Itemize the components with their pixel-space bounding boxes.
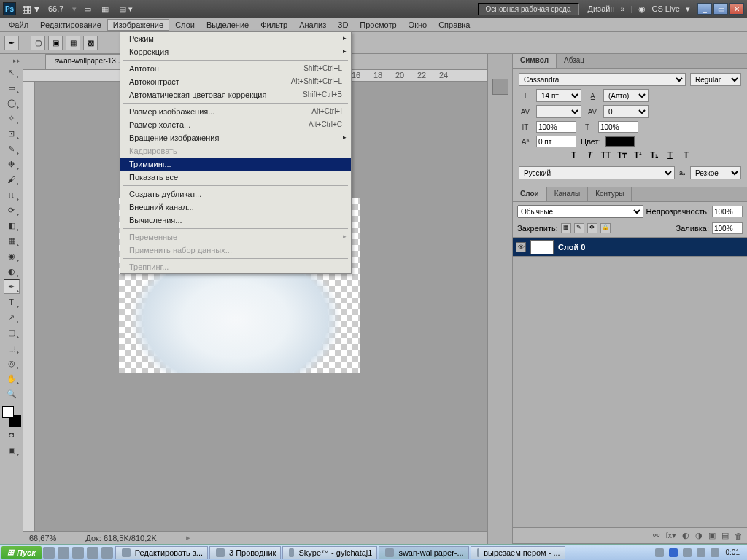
view-icon-2[interactable]: ▦ <box>98 4 112 14</box>
layer-name[interactable]: Слой 0 <box>558 243 585 252</box>
vscale-input[interactable] <box>536 121 576 133</box>
leading-input[interactable]: (Авто) <box>603 89 649 102</box>
menu-item[interactable]: Автоматическая цветовая коррекцияShift+C… <box>120 88 351 101</box>
menu-3d[interactable]: 3D <box>332 19 354 31</box>
menu-окно[interactable]: Окно <box>403 19 433 31</box>
grid-icon[interactable]: ▦ ▾ <box>22 3 39 15</box>
history-tool[interactable]: ⟳▸ <box>4 203 20 217</box>
eraser-tool[interactable]: ◧▸ <box>4 218 20 233</box>
3d-cam-tool[interactable]: ◎▸ <box>4 356 20 370</box>
fg-color-swatch[interactable] <box>2 406 14 418</box>
taskbar-clock[interactable]: 0:01 <box>723 548 743 556</box>
path-tool[interactable]: ↗▸ <box>4 310 20 324</box>
kern-input[interactable] <box>536 105 581 118</box>
pen-tool[interactable]: ✒▸ <box>4 279 20 294</box>
tray-icon-1[interactable] <box>655 548 664 557</box>
tray-icon-2[interactable] <box>683 548 692 557</box>
taskbar-task[interactable]: Редактировать з... <box>115 546 208 559</box>
ql-chrome-icon[interactable] <box>72 547 84 559</box>
opt-mode-1[interactable]: ▢ <box>31 36 45 50</box>
blur-tool[interactable]: ◉▸ <box>4 249 20 263</box>
opacity-input[interactable] <box>712 206 743 217</box>
ql-desktop-icon[interactable] <box>101 547 113 559</box>
minimize-button[interactable]: _ <box>697 3 712 15</box>
heal-tool[interactable]: ❉▸ <box>4 157 20 171</box>
menu-item[interactable]: Режим <box>120 32 351 45</box>
menu-item[interactable]: Размер изображения...Alt+Ctrl+I <box>120 105 351 118</box>
menu-item[interactable]: Вращение изображения <box>120 131 351 144</box>
hand-tool[interactable]: ✋▸ <box>4 371 20 386</box>
new-layer-icon[interactable]: ▤ <box>721 531 729 540</box>
fx-icon[interactable]: fx▾ <box>665 531 676 540</box>
maximize-button[interactable]: ▭ <box>713 3 728 15</box>
sub-btn[interactable]: T₁ <box>649 150 660 162</box>
font-style-select[interactable]: Regular <box>690 73 741 86</box>
tracking-input[interactable]: 0 <box>603 105 649 118</box>
taskbar-task[interactable]: вырезаем пером - ... <box>471 546 565 559</box>
opt-mode-2[interactable]: ▣ <box>48 36 63 50</box>
adjust-icon[interactable]: ◑ <box>695 531 703 540</box>
close-button[interactable]: ✕ <box>729 3 744 15</box>
layer-thumbnail[interactable] <box>530 240 554 254</box>
tab-paragraph[interactable]: Абзац <box>557 54 592 68</box>
italic-btn[interactable]: T <box>584 150 596 162</box>
menu-фильтр[interactable]: Фильтр <box>255 19 293 31</box>
menu-справка[interactable]: Справка <box>433 19 476 31</box>
menu-слои[interactable]: Слои <box>169 19 201 31</box>
menu-item[interactable]: Показать все <box>120 171 351 184</box>
tab-character[interactable]: Символ <box>513 54 557 68</box>
workspace-design-button[interactable]: Дизайн <box>588 4 615 13</box>
view-icon-1[interactable]: ▭ <box>81 4 94 14</box>
tab-Каналы[interactable]: Каналы <box>547 187 589 201</box>
bold-btn[interactable]: T <box>568 150 580 162</box>
menu-item[interactable]: Коррекция <box>120 45 351 58</box>
menu-выделение[interactable]: Выделение <box>201 19 255 31</box>
link-icon[interactable]: ⚯ <box>653 531 659 540</box>
mask-icon[interactable]: ◐ <box>682 531 689 540</box>
menu-просмотр[interactable]: Просмотр <box>354 19 402 31</box>
super-btn[interactable]: T¹ <box>632 150 644 162</box>
view-icon-3[interactable]: ▤ ▾ <box>116 4 136 14</box>
font-select[interactable]: Cassandra <box>519 73 686 86</box>
lock-pos-icon[interactable]: ✥ <box>587 223 597 233</box>
stamp-tool[interactable]: ⎍▸ <box>4 187 20 202</box>
tray-icon-3[interactable] <box>697 548 705 557</box>
document-tab[interactable]: swan-wallpaper-13... <box>45 54 131 69</box>
cslive-icon[interactable]: ◉ <box>638 4 646 14</box>
lock-paint-icon[interactable]: ✎ <box>574 223 584 233</box>
text-color-swatch[interactable] <box>605 136 635 147</box>
cslive-button[interactable]: CS Live <box>651 4 680 13</box>
smallcaps-btn[interactable]: Tᴛ <box>616 150 628 162</box>
ql-disc2-icon[interactable] <box>58 547 69 559</box>
layer-visibility-icon[interactable]: 👁 <box>516 242 526 252</box>
shape-tool[interactable]: ▢▸ <box>4 325 20 340</box>
taskbar-task[interactable]: swan-wallpaper-... <box>379 546 468 559</box>
fill-input[interactable] <box>712 222 743 234</box>
workspace-main-button[interactable]: Основная рабочая среда <box>478 3 579 15</box>
workspace-more-icon[interactable]: » <box>620 4 624 13</box>
underline-btn[interactable]: T <box>665 150 676 162</box>
tab-Слои[interactable]: Слои <box>513 187 547 201</box>
menu-изображение[interactable]: Изображение <box>107 19 169 31</box>
folder-icon[interactable]: ▣ <box>708 531 716 540</box>
opt-mode-4[interactable]: ▩ <box>83 36 98 50</box>
brush-tool[interactable]: 🖌▸ <box>4 172 20 187</box>
crop-tool[interactable]: ⊡▸ <box>4 126 20 141</box>
menu-item[interactable]: АвтоконтрастAlt+Shift+Ctrl+L <box>120 75 351 88</box>
menu-item[interactable]: Тримминг... <box>120 158 351 171</box>
dodge-tool[interactable]: ◐▸ <box>4 264 20 279</box>
menu-item[interactable]: АвтотонShift+Ctrl+L <box>120 62 351 75</box>
marquee-tool[interactable]: ▭▸ <box>4 80 20 95</box>
color-swatches[interactable] <box>2 406 21 427</box>
language-select[interactable]: Русский <box>519 166 675 179</box>
start-button[interactable]: ⊞ Пуск <box>1 546 42 559</box>
menu-анализ[interactable]: Анализ <box>293 19 332 31</box>
opt-mode-3[interactable]: ▦ <box>66 36 80 50</box>
menu-файл[interactable]: Файл <box>3 19 34 31</box>
3d-tool[interactable]: ⬚▸ <box>4 341 20 355</box>
zoom-value[interactable]: 66,7 <box>44 4 68 13</box>
menu-item[interactable]: Внешний канал... <box>120 201 351 214</box>
tray-icon-4[interactable] <box>711 548 719 557</box>
gradient-tool[interactable]: ▦▸ <box>4 233 20 248</box>
zoom-tool[interactable]: 🔍 <box>4 386 20 401</box>
